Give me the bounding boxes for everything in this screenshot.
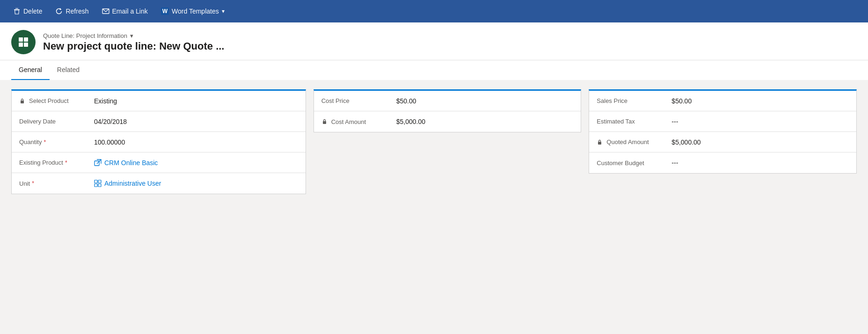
entity-icon (11, 30, 36, 54)
tabs-area: General Related (0, 60, 868, 80)
delete-button[interactable]: Delete (7, 5, 48, 18)
svg-rect-5 (19, 43, 23, 47)
table-row: Delivery Date 04/20/2018 (12, 111, 306, 132)
svg-rect-4 (24, 37, 28, 42)
svg-rect-13 (98, 184, 101, 187)
page-title: New project quote line: New Quote ... (43, 40, 224, 52)
select-product-value: Existing (94, 97, 298, 105)
email-link-button[interactable]: Email a Link (96, 5, 153, 18)
cards-row: Select Product Existing Delivery Date 04… (11, 89, 857, 194)
existing-product-value[interactable]: CRM Online Basic (94, 159, 298, 167)
breadcrumb-chevron-icon: ▾ (130, 32, 133, 39)
right-card: Sales Price $50.00 Estimated Tax --- Quo… (589, 89, 857, 174)
quantity-value: 100.00000 (94, 138, 298, 146)
delivery-date-value: 04/20/2018 (94, 118, 298, 125)
unit-label: Unit * (19, 180, 94, 187)
existing-product-required: * (65, 160, 67, 166)
cost-amount-label: Cost Amount (321, 118, 396, 125)
table-row: Quoted Amount $5,000.00 (589, 132, 856, 152)
table-row: Estimated Tax --- (589, 111, 856, 132)
refresh-button[interactable]: Refresh (50, 5, 94, 18)
table-row: Unit * Administrative User (12, 173, 306, 194)
cost-price-value: $50.00 (396, 97, 574, 105)
table-row: Cost Price $50.00 (314, 91, 581, 111)
table-row: Existing Product * CRM Online Basic (12, 152, 306, 173)
dropdown-icon: ▾ (222, 8, 225, 15)
select-product-label: Select Product (19, 97, 94, 104)
delete-label: Delete (23, 7, 42, 15)
cost-amount-value: $5,000.00 (396, 118, 574, 125)
unit-required: * (32, 180, 34, 187)
toolbar: Delete Refresh Email a Link W Word Templ… (0, 0, 868, 22)
unit-value[interactable]: Administrative User (94, 180, 298, 187)
table-row: Sales Price $50.00 (589, 91, 856, 111)
table-row: Quantity * 100.00000 (12, 132, 306, 152)
svg-rect-8 (95, 161, 99, 166)
word-templates-button[interactable]: W Word Templates ▾ (155, 5, 230, 18)
quoted-amount-value: $5,000.00 (671, 138, 849, 146)
word-icon: W (161, 7, 169, 15)
quantity-required: * (44, 139, 46, 145)
quantity-label: Quantity * (19, 138, 94, 145)
left-card: Select Product Existing Delivery Date 04… (11, 89, 306, 194)
svg-rect-10 (95, 180, 97, 183)
refresh-icon (55, 7, 63, 15)
existing-product-label: Existing Product * (19, 159, 94, 166)
table-row: Cost Amount $5,000.00 (314, 111, 581, 132)
quoted-amount-label: Quoted Amount (597, 138, 671, 145)
svg-rect-12 (95, 184, 97, 187)
breadcrumb[interactable]: Quote Line: Project Information ▾ (43, 32, 224, 39)
svg-rect-6 (24, 43, 28, 47)
table-row: Select Product Existing (12, 91, 306, 111)
table-row: Customer Budget --- (589, 152, 856, 173)
svg-rect-15 (598, 142, 601, 145)
cost-price-label: Cost Price (321, 97, 396, 104)
middle-card: Cost Price $50.00 Cost Amount $5,000.00 (314, 89, 582, 132)
tab-general[interactable]: General (11, 60, 50, 80)
customer-budget-value: --- (671, 159, 849, 167)
svg-rect-3 (19, 37, 23, 42)
estimated-tax-label: Estimated Tax (597, 118, 671, 125)
email-link-label: Email a Link (112, 7, 148, 15)
svg-rect-7 (21, 101, 24, 103)
tab-related[interactable]: Related (50, 60, 87, 80)
customer-budget-label: Customer Budget (597, 160, 671, 167)
header-area: Quote Line: Project Information ▾ New pr… (0, 22, 868, 60)
delete-icon (13, 7, 21, 15)
svg-rect-11 (98, 180, 101, 183)
delivery-date-label: Delivery Date (19, 118, 94, 125)
email-icon (102, 7, 109, 15)
svg-rect-1 (15, 8, 18, 9)
sales-price-label: Sales Price (597, 97, 671, 104)
word-templates-label: Word Templates (172, 7, 219, 15)
refresh-label: Refresh (66, 7, 88, 15)
svg-rect-14 (323, 121, 326, 124)
sales-price-value: $50.00 (671, 97, 849, 105)
main-content: Select Product Existing Delivery Date 04… (0, 80, 868, 332)
estimated-tax-value: --- (671, 118, 849, 125)
